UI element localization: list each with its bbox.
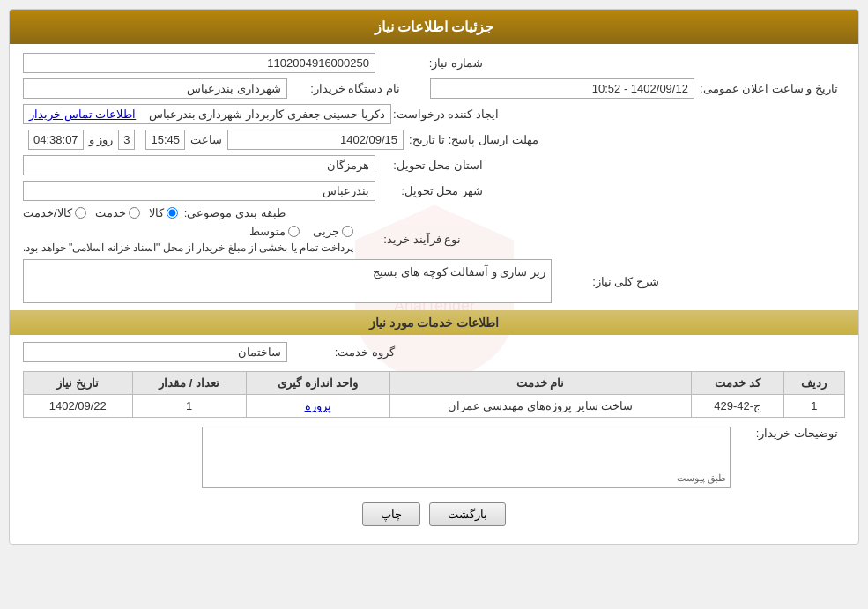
services-table: ردیف کد خدمت نام خدمت واحد اندازه گیری ت… (23, 371, 845, 418)
deadline-time: 15:45 (145, 130, 185, 150)
category-label: طبقه بندی موضوعی: (178, 206, 293, 219)
creator-link[interactable]: اطلاعات تماس خریدار (29, 108, 136, 121)
col-code: کد خدمت (691, 372, 783, 395)
col-date: تاریخ نیاز (24, 372, 133, 395)
buyer-notes-box: طبق پیوست (202, 427, 731, 488)
page-wrapper: جزئیات اطلاعات نیاز AnatTender .net شمار… (0, 0, 868, 609)
buyer-notes-row: توضیحات خریدار: طبق پیوست (23, 427, 845, 488)
services-table-section: ردیف کد خدمت نام خدمت واحد اندازه گیری ت… (23, 371, 845, 418)
table-header-row: ردیف کد خدمت نام خدمت واحد اندازه گیری ت… (24, 372, 845, 395)
category-kala-khedmat-text: کالا/خدمت (23, 206, 72, 219)
general-desc-row: شرح کلی نیاز: زیر سازی و آسفالت کوچه های… (23, 259, 845, 303)
card-body: AnatTender .net شماره نیاز: 110200491600… (10, 44, 858, 544)
category-kala-khedmat-radio[interactable] (75, 207, 86, 219)
buyer-name-label: نام دستگاه خریدار: (293, 82, 407, 95)
city-value: بندرعباس (23, 181, 375, 201)
time-label: ساعت (190, 133, 222, 146)
services-section-title: اطلاعات خدمات مورد نیاز (10, 310, 858, 335)
purchase-motovaset-radio[interactable] (288, 226, 300, 237)
announcement-date-label: تاریخ و ساعت اعلان عمومی: (700, 82, 845, 95)
general-desc-box: زیر سازی و آسفالت کوچه های بسیج (23, 259, 552, 303)
row-unit[interactable]: پروژه (246, 395, 389, 418)
print-button[interactable]: چاپ (362, 502, 420, 526)
deadline-label: مهلت ارسال پاسخ: تا تاریخ: (409, 133, 545, 146)
col-qty: تعداد / مقدار (132, 372, 246, 395)
row-date: 1402/09/22 (24, 395, 133, 418)
general-desc-label: شرح کلی نیاز: (552, 275, 666, 288)
category-row: طبقه بندی موضوعی: کالا خدمت کالا/خدمت (23, 206, 845, 219)
need-number-value: 1102004916000250 (23, 53, 375, 73)
col-row-num: ردیف (783, 372, 844, 395)
purchase-type-label: نوع فرآیند خرید: (353, 233, 468, 246)
announcement-date-value: 1402/09/12 - 10:52 (430, 78, 694, 99)
need-number-label: شماره نیاز: (375, 56, 490, 70)
row-num: 1 (783, 395, 844, 418)
purchase-motovaset-text: متوسط (249, 225, 286, 238)
buyer-date-row: تاریخ و ساعت اعلان عمومی: 1402/09/12 - 1… (23, 78, 845, 99)
creator-label: ایجاد کننده درخواست: (391, 108, 506, 121)
creator-value: ذکریا حسینی جعفری کاربردار شهرداری بندرع… (23, 104, 391, 124)
deadline-days: 3 (118, 130, 135, 150)
purchase-type-options: جزیی متوسط (23, 225, 353, 238)
button-row: بازگشت چاپ (23, 494, 845, 535)
category-kala-text: کالا (149, 206, 164, 219)
row-qty: 1 (132, 395, 246, 418)
city-row: شهر محل تحویل: بندرعباس (23, 181, 845, 201)
province-label: استان محل تحویل: (375, 159, 490, 172)
service-group-label: گروه خدمت: (287, 345, 402, 359)
category-khedmat-text: خدمت (95, 206, 126, 219)
province-row: استان محل تحویل: هرمزگان (23, 155, 845, 175)
purchase-jozvi-label[interactable]: جزیی (313, 225, 353, 238)
buyer-name-value: شهرداری بندرعباس (23, 78, 287, 99)
category-khedmat-radio[interactable] (129, 207, 140, 219)
row-code: ج-42-429 (691, 395, 783, 418)
purchase-note-text: پرداخت تمام یا بخشی از مبلغ خریدار از مح… (23, 241, 353, 254)
purchase-type-row: نوع فرآیند خرید: جزیی متوسط (23, 225, 845, 254)
main-card: جزئیات اطلاعات نیاز AnatTender .net شمار… (9, 9, 859, 545)
category-radio-group: کالا خدمت کالا/خدمت (23, 206, 178, 219)
deadline-row: مهلت ارسال پاسخ: تا تاریخ: 1402/09/15 سا… (23, 130, 845, 150)
buyer-notes-label: توضیحات خریدار: (731, 427, 845, 440)
city-label: شهر محل تحویل: (375, 184, 490, 197)
purchase-motovaset-label[interactable]: متوسط (249, 225, 300, 238)
purchase-jozvi-radio[interactable] (342, 226, 353, 237)
notes-tab-label: طبق پیوست (677, 472, 726, 484)
table-row: 1 ج-42-429 ساخت سایر پروژه‌های مهندسی عم… (24, 395, 845, 418)
creator-row: ایجاد کننده درخواست: ذکریا حسینی جعفری ک… (23, 104, 845, 124)
need-number-row: شماره نیاز: 1102004916000250 (23, 53, 845, 73)
service-group-value: ساختمان (23, 342, 287, 362)
deadline-hours: 04:38:07 (28, 130, 84, 150)
category-kala-label[interactable]: کالا (149, 206, 178, 219)
form-content: شماره نیاز: 1102004916000250 تاریخ و ساع… (23, 53, 845, 488)
days-word: روز و (89, 133, 114, 146)
category-kala-radio[interactable] (167, 207, 178, 219)
page-title: جزئیات اطلاعات نیاز (10, 10, 858, 44)
back-button[interactable]: بازگشت (429, 502, 506, 526)
deadline-date: 1402/09/15 (227, 130, 404, 150)
col-name: نام خدمت (389, 372, 691, 395)
row-name: ساخت سایر پروژه‌های مهندسی عمران (389, 395, 691, 418)
category-khedmat-label[interactable]: خدمت (95, 206, 140, 219)
purchase-jozvi-text: جزیی (313, 225, 339, 238)
category-kala-khedmat-label[interactable]: کالا/خدمت (23, 206, 86, 219)
service-group-row: گروه خدمت: ساختمان (23, 342, 845, 362)
col-unit: واحد اندازه گیری (246, 372, 389, 395)
province-value: هرمزگان (23, 155, 375, 175)
